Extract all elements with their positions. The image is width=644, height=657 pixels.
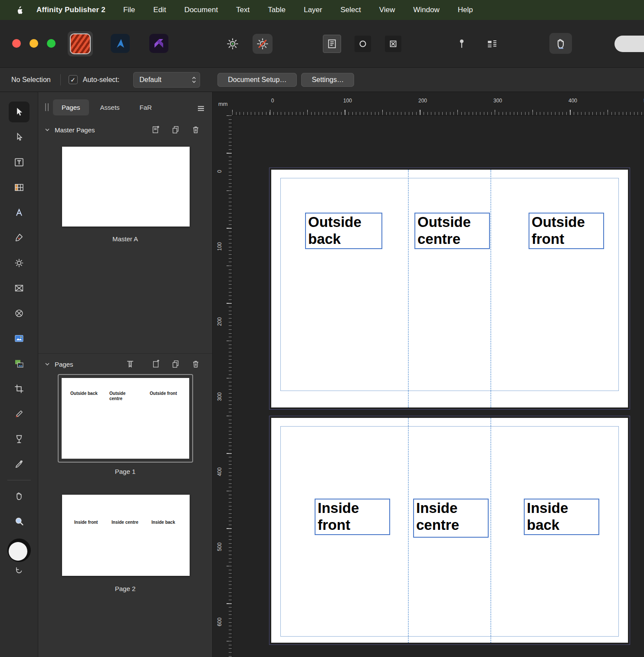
ruler-mark: 0: [271, 98, 274, 104]
page-2-label: Page 2: [38, 585, 212, 592]
chevron-down-icon: [44, 127, 50, 133]
ellipse-picture-frame-tool[interactable]: [9, 303, 30, 324]
node-tool[interactable]: [9, 127, 30, 148]
column-guide: [408, 418, 409, 643]
style-picker-tool[interactable]: [9, 429, 30, 450]
pen-tool[interactable]: [9, 227, 30, 248]
vertical-ruler[interactable]: 0 100 200 300 400 500 600: [213, 115, 232, 657]
menu-items: File Edit Document Text Table Layer Sele…: [114, 6, 482, 14]
corner-tool[interactable]: [9, 253, 30, 273]
pages-title: Pages: [55, 361, 73, 368]
add-master-icon[interactable]: [150, 124, 162, 136]
main-toolbar: [0, 20, 644, 68]
master-pages-header[interactable]: Master Pages: [38, 122, 212, 137]
panel-drag-handle[interactable]: [45, 103, 49, 111]
menu-bar: Affinity Publisher 2 File Edit Document …: [0, 0, 644, 20]
vector-brush-tool[interactable]: [9, 404, 30, 424]
text-frame-inside-back[interactable]: Inside back: [524, 499, 599, 535]
master-a-thumbnail[interactable]: [62, 147, 190, 227]
window-zoom-button[interactable]: [47, 39, 56, 48]
add-page-icon[interactable]: [150, 358, 162, 370]
thumb-cell: Inside back: [151, 520, 180, 525]
affinity-photo-app-icon[interactable]: [149, 34, 168, 53]
text-frame-outside-centre[interactable]: Outside centre: [414, 213, 490, 249]
canvas-area[interactable]: mm 0 100 200 300 400 500 0 100 200 300 4…: [213, 92, 644, 657]
data-merge-tool[interactable]: [9, 353, 30, 374]
pages-view-icon[interactable]: [323, 35, 341, 53]
document-setup-button[interactable]: Document Setup…: [217, 73, 297, 87]
page-1-thumbnail-selected[interactable]: Outside back Outside centre Outside fron…: [58, 374, 193, 463]
tab-assets[interactable]: Assets: [92, 99, 128, 115]
search-field-stub[interactable]: [614, 36, 644, 52]
window-close-button[interactable]: [12, 39, 21, 48]
page-2-thumbnail[interactable]: Inside front Inside centre Inside back: [62, 495, 190, 576]
affinity-publisher-app-icon[interactable]: [68, 31, 93, 56]
spread-page-1[interactable]: Outside back Outside centre Outside fron…: [271, 170, 628, 407]
menu-select[interactable]: Select: [331, 6, 370, 14]
reset-colours-icon[interactable]: [9, 564, 30, 577]
colour-picker-tool[interactable]: [9, 454, 30, 475]
menu-text[interactable]: Text: [227, 6, 259, 14]
crop-tool[interactable]: [9, 378, 30, 399]
panel-menu-icon[interactable]: [195, 102, 207, 115]
text-frame-outside-front[interactable]: Outside front: [529, 213, 604, 249]
thumb-cell: Outside front: [150, 391, 178, 396]
layer-select-dropdown[interactable]: Default: [133, 72, 200, 88]
menu-window[interactable]: Window: [404, 6, 448, 14]
text-frame-inside-front[interactable]: Inside front: [315, 499, 390, 535]
menu-file[interactable]: File: [114, 6, 144, 14]
autoselect-checkbox[interactable]: ✓: [69, 75, 78, 84]
duplicate-master-icon[interactable]: [170, 124, 182, 136]
selection-status: No Selection: [11, 76, 51, 84]
thumb-cell: Inside front: [74, 520, 103, 525]
tab-pages[interactable]: Pages: [53, 99, 89, 115]
colour-selector-wheel[interactable]: [7, 539, 31, 562]
ruler-unit-label: mm: [218, 101, 228, 107]
delete-page-icon[interactable]: [190, 358, 202, 370]
menu-view[interactable]: View: [370, 6, 404, 14]
horizontal-ruler[interactable]: 0 100 200 300 400 500: [232, 92, 644, 115]
pages-header[interactable]: Pages: [38, 357, 212, 371]
menu-document[interactable]: Document: [175, 6, 227, 14]
guides-icon[interactable]: [355, 36, 371, 52]
delete-master-icon[interactable]: [190, 124, 202, 136]
ruler-mark: 200: [418, 98, 427, 104]
thumb-cell: Inside centre: [112, 520, 140, 525]
view-hand-tool[interactable]: [9, 486, 30, 506]
hardware-glove-icon[interactable]: [549, 33, 572, 54]
menu-edit[interactable]: Edit: [144, 6, 175, 14]
text-frame-inside-centre[interactable]: Inside centre: [413, 499, 489, 538]
bleed-view-icon[interactable]: [385, 36, 401, 52]
paragraph-panel-icon[interactable]: [484, 36, 500, 52]
menu-table[interactable]: Table: [259, 6, 295, 14]
settings-button[interactable]: Settings…: [301, 73, 354, 87]
duplicate-page-icon[interactable]: [170, 358, 182, 370]
apply-master-icon[interactable]: [124, 358, 136, 370]
affinity-designer-app-icon[interactable]: [111, 34, 130, 53]
menu-help[interactable]: Help: [449, 6, 482, 14]
snapping-gear-icon[interactable]: [225, 36, 240, 52]
page-1-thumbnail[interactable]: Outside back Outside centre Outside fron…: [62, 378, 189, 459]
window-minimize-button[interactable]: [30, 39, 38, 48]
zoom-tool[interactable]: [9, 511, 30, 532]
check-icon: ✓: [70, 76, 76, 83]
place-image-tool[interactable]: [9, 328, 30, 349]
margin-guides: [280, 178, 619, 391]
move-tool[interactable]: [9, 102, 30, 122]
table-tool[interactable]: [9, 177, 30, 198]
column-guide: [490, 418, 491, 643]
thumb-cell: Outside back: [70, 391, 99, 396]
tab-far[interactable]: FaR: [131, 99, 161, 115]
document-view[interactable]: Outside back Outside centre Outside fron…: [232, 115, 644, 657]
artistic-text-tool[interactable]: [9, 202, 30, 223]
rectangle-picture-frame-tool[interactable]: [9, 278, 30, 299]
ruler-mark: 300: [217, 391, 223, 403]
spread-page-2[interactable]: Inside front Inside centre Inside back: [271, 418, 628, 643]
frame-text-tool[interactable]: [9, 152, 30, 173]
preflight-gear-icon[interactable]: [253, 34, 273, 54]
ruler-mark: 300: [493, 98, 502, 104]
pin-icon[interactable]: [455, 36, 469, 52]
apple-menu-icon[interactable]: [16, 6, 23, 14]
text-frame-outside-back[interactable]: Outside back: [305, 213, 382, 249]
menu-layer[interactable]: Layer: [295, 6, 332, 14]
